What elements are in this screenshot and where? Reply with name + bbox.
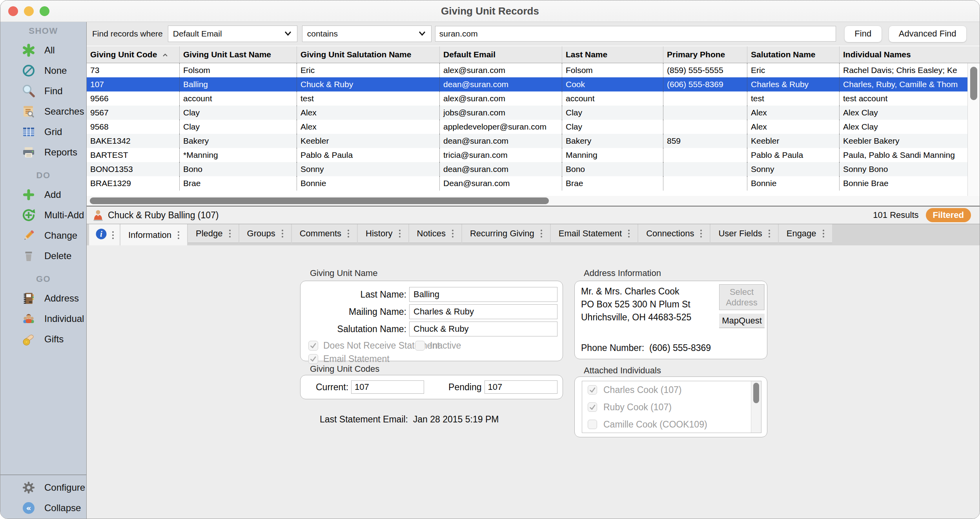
vertical-scrollbar-thumb[interactable]	[970, 67, 977, 100]
address-information-title: Address Information	[584, 268, 661, 278]
table-row[interactable]: 9567ClayAlexjobs@suran.comClayAlexAlex C…	[87, 106, 967, 120]
select-address-button-label: Address	[726, 297, 758, 308]
title-bar: Giving Unit Records	[0, 0, 980, 22]
sidebar-item-configure[interactable]: Configure	[0, 477, 86, 498]
attached-individual-item[interactable]: Camille Cook (COOK109)	[582, 416, 761, 433]
sidebar-item-add[interactable]: Add	[0, 185, 86, 205]
sidebar-nav: SHOWAllNoneFindSearchesGridReportsDOAddM…	[0, 22, 86, 349]
column-header-default-email[interactable]: Default Email	[440, 46, 562, 63]
tab-options-icon[interactable]	[399, 230, 401, 238]
tab-options-icon[interactable]	[769, 230, 770, 238]
sidebar-item-gifts[interactable]: Gifts	[0, 329, 86, 349]
tab-options-icon[interactable]	[348, 230, 349, 238]
horizontal-scrollbar[interactable]	[87, 196, 980, 206]
checkbox-charles-cook-107[interactable]	[588, 385, 597, 395]
checkbox-does-not-receive-statement[interactable]	[308, 341, 318, 351]
tab-options-icon[interactable]	[823, 230, 824, 238]
tab-options-icon[interactable]	[700, 230, 702, 238]
last-name-input[interactable]	[409, 287, 557, 302]
tab-info[interactable]: i	[89, 224, 120, 245]
close-window-button[interactable]	[8, 6, 18, 16]
table-row[interactable]: 107BallingChuck & Rubydean@suran.comCook…	[87, 77, 967, 91]
column-header-giving-unit-salutation-name[interactable]: Giving Unit Salutation Name	[297, 46, 440, 63]
tab-options-icon[interactable]	[229, 230, 231, 238]
attached-individual-item[interactable]: Ruby Cook (107)	[582, 398, 761, 416]
sidebar-item-find[interactable]: Find	[0, 81, 86, 101]
mapquest-button[interactable]: MapQuest	[719, 314, 765, 328]
tab-information[interactable]: Information	[120, 224, 187, 245]
sidebar-item-searches[interactable]: Searches	[0, 101, 86, 122]
sidebar-item-all[interactable]: All	[0, 40, 86, 60]
find-button[interactable]: Find	[844, 26, 882, 42]
table-row[interactable]: BARTEST*ManningPablo & Paulatricia@suran…	[87, 148, 967, 162]
table-cell: Pablo & Paula	[747, 148, 840, 162]
tab-options-icon[interactable]	[282, 230, 283, 238]
checkbox-email-statement[interactable]	[308, 354, 318, 364]
sidebar-item-grid[interactable]: Grid	[0, 122, 86, 142]
current-code-input[interactable]	[351, 380, 424, 394]
operator-select[interactable]: contains	[302, 26, 432, 42]
table-cell: Bono	[562, 162, 663, 176]
sidebar-item-individual[interactable]: Individual	[0, 309, 86, 329]
table-cell: (606) 555-8369	[663, 77, 747, 91]
pending-code-input[interactable]	[485, 380, 557, 394]
column-header-giving-unit-last-name[interactable]: Giving Unit Last Name	[180, 46, 297, 63]
tab-comments[interactable]: Comments	[292, 224, 357, 243]
table-cell: Bonnie	[747, 176, 840, 190]
salutation-name-input[interactable]	[409, 322, 557, 336]
tab-notices[interactable]: Notices	[409, 224, 461, 243]
minimize-window-button[interactable]	[24, 6, 34, 16]
vertical-scrollbar[interactable]	[967, 63, 980, 196]
tab-email-statement[interactable]: Email Statement	[551, 224, 638, 243]
sidebar-item-none[interactable]: None	[0, 60, 86, 81]
attached-list-scrollbar-thumb[interactable]	[753, 383, 759, 403]
collapse-icon: «	[22, 501, 36, 515]
field-select[interactable]: Default Email	[168, 26, 297, 42]
table-row[interactable]: 73FolsomEricalex@suran.comFolsom(859) 55…	[87, 63, 967, 77]
checkbox-ruby-cook-107[interactable]	[588, 402, 597, 412]
svg-text:«: «	[26, 503, 31, 513]
sidebar-item-collapse[interactable]: «Collapse	[0, 498, 86, 518]
table-row[interactable]: BONO1353BonoSonnydean@suran.comBonoSonny…	[87, 162, 967, 176]
tab-engage[interactable]: Engage	[779, 224, 832, 243]
mailing-name-input[interactable]	[409, 304, 557, 319]
table-row[interactable]: BRAE1329BraeBonnieDean@suran.comBraeBonn…	[87, 176, 967, 190]
sidebar-item-change[interactable]: Change	[0, 225, 86, 246]
table-row[interactable]: 9566accounttestalex@suran.comaccounttest…	[87, 91, 967, 106]
select-address-button[interactable]: SelectAddress	[719, 284, 765, 310]
sidebar-item-reports[interactable]: Reports	[0, 142, 86, 163]
checkbox-inactive[interactable]	[415, 341, 425, 351]
table-cell: Bonnie	[297, 176, 440, 190]
table-row[interactable]: 9568ClayAlexappledeveloper@suran.comClay…	[87, 120, 967, 134]
attached-list-scrollbar[interactable]	[751, 381, 761, 433]
column-header-primary-phone[interactable]: Primary Phone	[663, 46, 747, 63]
tab-options-icon[interactable]	[541, 230, 542, 238]
search-query-input[interactable]	[435, 26, 836, 42]
tab-options-icon[interactable]	[452, 230, 454, 238]
attached-individual-item[interactable]: Charles Cook (107)	[582, 381, 761, 398]
column-header-salutation-name[interactable]: Salutation Name	[747, 46, 840, 63]
tab-pledge[interactable]: Pledge	[188, 224, 239, 243]
table-cell: Charles & Ruby	[747, 77, 840, 91]
tab-recurring-giving[interactable]: Recurring Giving	[462, 224, 550, 243]
column-header-giving-unit-code[interactable]: Giving Unit Code	[87, 46, 180, 63]
advanced-find-button[interactable]: Advanced Find	[889, 26, 967, 42]
checkbox-camille-cook-cook109[interactable]	[588, 420, 597, 429]
tab-connections[interactable]: Connections	[638, 224, 710, 243]
table-cell: Eric	[297, 63, 440, 77]
column-header-individual-names[interactable]: Individual Names	[840, 46, 980, 63]
table-row[interactable]: BAKE1342BakeryKeeblerdean@suran.comBaker…	[87, 134, 967, 148]
horizontal-scrollbar-thumb[interactable]	[90, 197, 549, 204]
zoom-window-button[interactable]	[40, 6, 49, 16]
sidebar-item-address[interactable]: Address	[0, 288, 86, 309]
tab-history[interactable]: History	[358, 224, 408, 243]
tab-groups[interactable]: Groups	[239, 224, 291, 243]
table-cell: Pablo & Paula	[297, 148, 440, 162]
tab-options-icon[interactable]	[112, 231, 114, 239]
tab-user-fields[interactable]: User Fields	[710, 224, 778, 243]
sidebar-item-multi-add[interactable]: Multi-Add	[0, 205, 86, 225]
tab-options-icon[interactable]	[628, 230, 630, 238]
tab-options-icon[interactable]	[178, 231, 179, 239]
sidebar-item-delete[interactable]: Delete	[0, 246, 86, 266]
column-header-last-name[interactable]: Last Name	[562, 46, 663, 63]
